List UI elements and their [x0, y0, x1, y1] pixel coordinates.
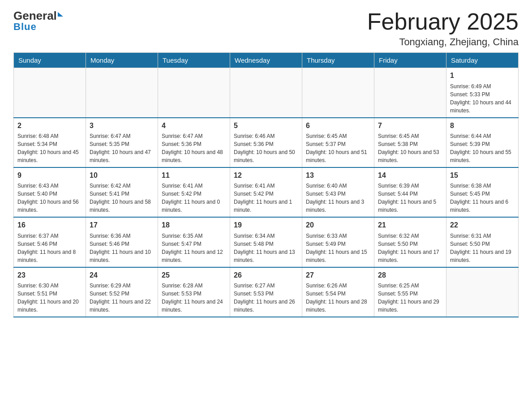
day-info: Sunrise: 6:47 AMSunset: 5:35 PMDaylight:… — [90, 132, 154, 164]
calendar-header: Sunday Monday Tuesday Wednesday Thursday… — [14, 53, 519, 68]
day-info: Sunrise: 6:44 AMSunset: 5:39 PMDaylight:… — [450, 132, 515, 164]
header-thursday: Thursday — [302, 53, 374, 68]
day-number: 4 — [162, 121, 226, 131]
page-header: General Blue February 2025 Tongxiang, Zh… — [13, 9, 519, 48]
calendar-day-cell — [86, 68, 158, 118]
calendar-day-cell — [374, 68, 446, 118]
calendar-week-row: 16Sunrise: 6:37 AMSunset: 5:46 PMDayligh… — [14, 217, 519, 267]
header-saturday: Saturday — [446, 53, 519, 68]
day-number: 3 — [90, 121, 154, 131]
day-info: Sunrise: 6:47 AMSunset: 5:36 PMDaylight:… — [162, 132, 226, 164]
day-number: 15 — [450, 171, 515, 180]
calendar-day-cell — [14, 68, 86, 118]
calendar-day-cell — [302, 68, 374, 118]
day-info: Sunrise: 6:29 AMSunset: 5:52 PMDaylight:… — [90, 282, 154, 314]
day-info: Sunrise: 6:26 AMSunset: 5:54 PMDaylight:… — [306, 282, 370, 314]
day-number: 16 — [17, 220, 82, 230]
day-info: Sunrise: 6:38 AMSunset: 5:45 PMDaylight:… — [450, 182, 515, 214]
day-number: 8 — [450, 121, 515, 131]
calendar-day-cell: 14Sunrise: 6:39 AMSunset: 5:44 PMDayligh… — [374, 167, 446, 217]
header-wednesday: Wednesday — [230, 53, 302, 68]
calendar-week-row: 1Sunrise: 6:49 AMSunset: 5:33 PMDaylight… — [14, 68, 519, 118]
day-number: 18 — [162, 220, 226, 230]
day-info: Sunrise: 6:41 AMSunset: 5:42 PMDaylight:… — [234, 182, 298, 214]
day-number: 11 — [162, 171, 226, 180]
day-number: 22 — [450, 220, 515, 230]
day-number: 26 — [234, 270, 298, 280]
calendar-week-row: 2Sunrise: 6:48 AMSunset: 5:34 PMDaylight… — [14, 118, 519, 167]
calendar-day-cell — [230, 68, 302, 118]
calendar-week-row: 23Sunrise: 6:30 AMSunset: 5:51 PMDayligh… — [14, 267, 519, 317]
day-info: Sunrise: 6:41 AMSunset: 5:42 PMDaylight:… — [162, 182, 226, 214]
day-number: 24 — [90, 270, 154, 280]
weekday-header-row: Sunday Monday Tuesday Wednesday Thursday… — [14, 53, 519, 68]
day-info: Sunrise: 6:48 AMSunset: 5:34 PMDaylight:… — [17, 132, 82, 164]
day-info: Sunrise: 6:30 AMSunset: 5:51 PMDaylight:… — [17, 282, 82, 314]
day-number: 20 — [306, 220, 370, 230]
day-info: Sunrise: 6:32 AMSunset: 5:50 PMDaylight:… — [378, 232, 442, 264]
calendar-day-cell: 1Sunrise: 6:49 AMSunset: 5:33 PMDaylight… — [446, 68, 519, 118]
day-info: Sunrise: 6:39 AMSunset: 5:44 PMDaylight:… — [378, 182, 442, 214]
day-info: Sunrise: 6:49 AMSunset: 5:33 PMDaylight:… — [450, 82, 515, 115]
day-info: Sunrise: 6:37 AMSunset: 5:46 PMDaylight:… — [17, 232, 82, 264]
calendar-day-cell: 28Sunrise: 6:25 AMSunset: 5:55 PMDayligh… — [374, 267, 446, 317]
header-friday: Friday — [374, 53, 446, 68]
day-info: Sunrise: 6:25 AMSunset: 5:55 PMDaylight:… — [378, 282, 442, 314]
calendar-day-cell: 11Sunrise: 6:41 AMSunset: 5:42 PMDayligh… — [158, 167, 230, 217]
day-info: Sunrise: 6:43 AMSunset: 5:40 PMDaylight:… — [17, 182, 82, 214]
calendar-title: February 2025 — [367, 9, 519, 34]
day-info: Sunrise: 6:27 AMSunset: 5:53 PMDaylight:… — [234, 282, 298, 314]
day-info: Sunrise: 6:36 AMSunset: 5:46 PMDaylight:… — [90, 232, 154, 264]
header-tuesday: Tuesday — [158, 53, 230, 68]
day-number: 27 — [306, 270, 370, 280]
day-number: 28 — [378, 270, 442, 280]
day-number: 12 — [234, 171, 298, 180]
calendar-day-cell: 18Sunrise: 6:35 AMSunset: 5:47 PMDayligh… — [158, 217, 230, 267]
day-info: Sunrise: 6:46 AMSunset: 5:36 PMDaylight:… — [234, 132, 298, 164]
day-number: 9 — [17, 171, 82, 180]
day-info: Sunrise: 6:34 AMSunset: 5:48 PMDaylight:… — [234, 232, 298, 264]
day-number: 13 — [306, 171, 370, 180]
day-info: Sunrise: 6:45 AMSunset: 5:38 PMDaylight:… — [378, 132, 442, 164]
calendar-day-cell: 19Sunrise: 6:34 AMSunset: 5:48 PMDayligh… — [230, 217, 302, 267]
day-number: 5 — [234, 121, 298, 131]
calendar-day-cell: 26Sunrise: 6:27 AMSunset: 5:53 PMDayligh… — [230, 267, 302, 317]
day-info: Sunrise: 6:35 AMSunset: 5:47 PMDaylight:… — [162, 232, 226, 264]
header-sunday: Sunday — [14, 53, 86, 68]
calendar-day-cell: 15Sunrise: 6:38 AMSunset: 5:45 PMDayligh… — [446, 167, 519, 217]
calendar-table: Sunday Monday Tuesday Wednesday Thursday… — [13, 52, 519, 317]
day-info: Sunrise: 6:31 AMSunset: 5:50 PMDaylight:… — [450, 232, 515, 264]
day-info: Sunrise: 6:42 AMSunset: 5:41 PMDaylight:… — [90, 182, 154, 214]
calendar-day-cell: 22Sunrise: 6:31 AMSunset: 5:50 PMDayligh… — [446, 217, 519, 267]
day-number: 7 — [378, 121, 442, 131]
calendar-day-cell: 23Sunrise: 6:30 AMSunset: 5:51 PMDayligh… — [14, 267, 86, 317]
title-block: February 2025 Tongxiang, Zhejiang, China — [367, 9, 519, 48]
calendar-day-cell: 13Sunrise: 6:40 AMSunset: 5:43 PMDayligh… — [302, 167, 374, 217]
day-number: 23 — [17, 270, 82, 280]
calendar-day-cell: 9Sunrise: 6:43 AMSunset: 5:40 PMDaylight… — [14, 167, 86, 217]
logo-blue-text: Blue — [13, 21, 37, 33]
calendar-day-cell: 12Sunrise: 6:41 AMSunset: 5:42 PMDayligh… — [230, 167, 302, 217]
day-number: 6 — [306, 121, 370, 131]
calendar-day-cell: 20Sunrise: 6:33 AMSunset: 5:49 PMDayligh… — [302, 217, 374, 267]
day-info: Sunrise: 6:40 AMSunset: 5:43 PMDaylight:… — [306, 182, 370, 214]
calendar-day-cell: 7Sunrise: 6:45 AMSunset: 5:38 PMDaylight… — [374, 118, 446, 167]
calendar-day-cell: 6Sunrise: 6:45 AMSunset: 5:37 PMDaylight… — [302, 118, 374, 167]
day-info: Sunrise: 6:33 AMSunset: 5:49 PMDaylight:… — [306, 232, 370, 264]
calendar-day-cell: 4Sunrise: 6:47 AMSunset: 5:36 PMDaylight… — [158, 118, 230, 167]
day-info: Sunrise: 6:28 AMSunset: 5:53 PMDaylight:… — [162, 282, 226, 314]
day-number: 25 — [162, 270, 226, 280]
day-number: 14 — [378, 171, 442, 180]
header-monday: Monday — [86, 53, 158, 68]
calendar-day-cell: 2Sunrise: 6:48 AMSunset: 5:34 PMDaylight… — [14, 118, 86, 167]
calendar-body: 1Sunrise: 6:49 AMSunset: 5:33 PMDaylight… — [14, 68, 519, 317]
calendar-day-cell: 24Sunrise: 6:29 AMSunset: 5:52 PMDayligh… — [86, 267, 158, 317]
calendar-day-cell — [446, 267, 519, 317]
calendar-day-cell: 3Sunrise: 6:47 AMSunset: 5:35 PMDaylight… — [86, 118, 158, 167]
calendar-subtitle: Tongxiang, Zhejiang, China — [367, 36, 519, 48]
day-number: 17 — [90, 220, 154, 230]
calendar-day-cell — [158, 68, 230, 118]
calendar-day-cell: 10Sunrise: 6:42 AMSunset: 5:41 PMDayligh… — [86, 167, 158, 217]
day-info: Sunrise: 6:45 AMSunset: 5:37 PMDaylight:… — [306, 132, 370, 164]
logo: General Blue — [13, 9, 63, 33]
